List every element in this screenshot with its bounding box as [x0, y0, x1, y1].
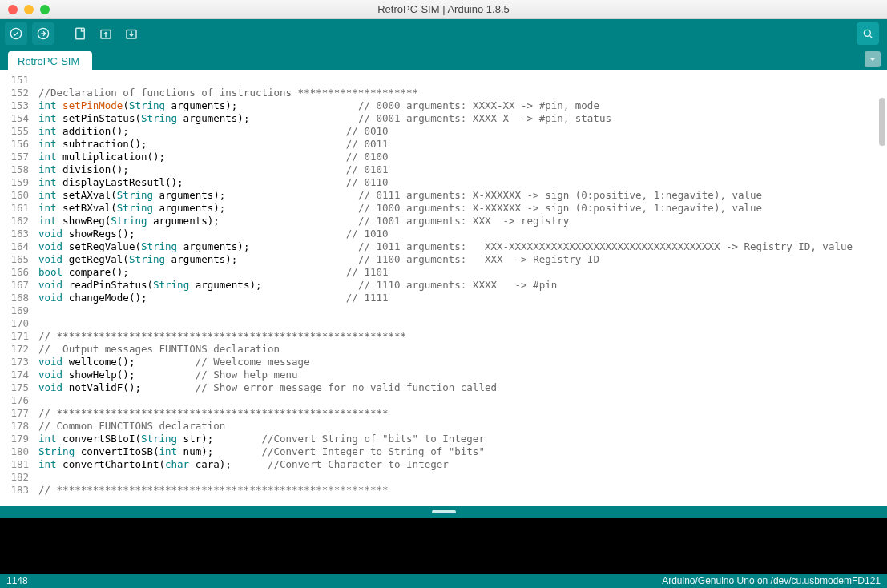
window-controls [8, 5, 50, 14]
window-title: RetroPC-SIM | Arduino 1.8.5 [0, 3, 887, 15]
tab-menu-button[interactable] [865, 51, 881, 67]
new-button[interactable] [69, 22, 91, 45]
minimize-icon[interactable] [24, 5, 34, 14]
console-output[interactable] [0, 518, 887, 574]
line-gutter: 151 152 153 154 155 156 157 158 159 160 … [0, 70, 34, 506]
save-button[interactable] [120, 22, 143, 45]
tab-sketch[interactable]: RetroPC-SIM [8, 51, 92, 70]
close-icon[interactable] [8, 5, 18, 14]
svg-rect-2 [76, 28, 85, 39]
serial-monitor-button[interactable] [857, 22, 879, 45]
verify-button[interactable] [5, 22, 27, 45]
titlebar: RetroPC-SIM | Arduino 1.8.5 [0, 0, 887, 19]
scrollbar[interactable] [879, 74, 885, 503]
status-line-number: 1148 [6, 575, 28, 586]
toolbar [0, 19, 887, 48]
svg-point-5 [864, 30, 870, 36]
code-area[interactable]: //Declaration of functions of instructio… [34, 70, 887, 506]
upload-button[interactable] [32, 22, 54, 45]
status-board-port: Arduino/Genuino Uno on /dev/cu.usbmodemF… [662, 575, 881, 586]
tab-label: RetroPC-SIM [18, 55, 79, 67]
code-editor[interactable]: 151 152 153 154 155 156 157 158 159 160 … [0, 70, 887, 506]
maximize-icon[interactable] [40, 5, 50, 14]
scrollbar-thumb[interactable] [879, 98, 885, 146]
grip-icon [432, 510, 456, 513]
open-button[interactable] [95, 22, 117, 45]
tab-bar: RetroPC-SIM [0, 48, 887, 70]
panel-divider[interactable] [0, 506, 887, 518]
status-bar: 1148 Arduino/Genuino Uno on /dev/cu.usbm… [0, 574, 887, 588]
